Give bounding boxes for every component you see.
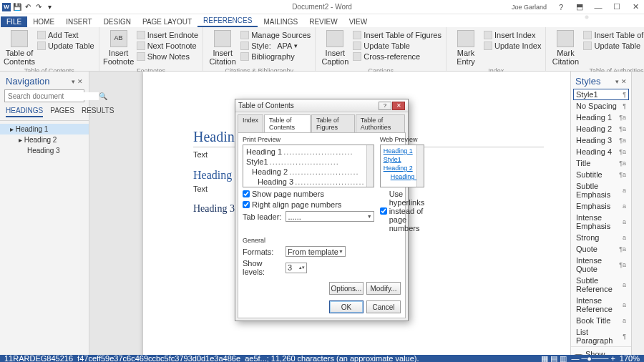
style-item[interactable]: Subtitle¶a [573,169,629,180]
print-preview-label: Print Preview [243,136,374,143]
statusbar: 11RARDEG845216_f47ceff59e37c6c469ccbc5fc… [0,355,644,362]
nav-heading-item[interactable]: Heading 3 [0,145,89,156]
style-item[interactable]: Heading 1¶a [573,112,629,123]
show-page-numbers-check[interactable]: Show page numbers [243,190,374,198]
insert-endnote-button[interactable]: Insert Endnote [137,30,199,40]
hyperlinks-check[interactable]: Use hyperlinks instead of page numbers [380,190,425,233]
customize-qa-icon[interactable]: ▾ [45,3,54,11]
tab-design[interactable]: DESIGN [98,16,137,27]
cross-reference-button[interactable]: Cross-reference [353,52,441,62]
style-item[interactable]: Intense Referencea [573,295,629,315]
web-preview-box: Heading 1Style1Heading 2Heading 3 [380,145,425,187]
insert-toa-button[interactable]: Insert Table of Authorities [583,30,644,40]
mark-entry-button[interactable]: Mark Entry [451,29,481,67]
style-item[interactable]: List Paragraph¶ [573,326,629,346]
style-item[interactable]: Heading 4¶a [573,146,629,157]
tab-page-layout[interactable]: PAGE LAYOUT [137,16,197,27]
insert-footnote-button[interactable]: ABInsert Footnote [104,29,134,67]
style-item[interactable]: Subtle Referencea [573,275,629,295]
styles-pane: Styles▾ ✕ Style1¶No Spacing¶Heading 1¶aH… [570,72,631,355]
dialog-close-icon[interactable]: ✕ [392,102,405,110]
tab-file[interactable]: FILE [1,16,27,27]
style-item[interactable]: Title¶a [573,157,629,169]
navigation-pane: Navigation ▾ ✕ 🔍 HEADINGSPAGESRESULTS ▸ … [0,72,89,355]
style-item[interactable]: Heading 2¶a [573,123,629,134]
update-tof-button[interactable]: Update Table [353,41,441,51]
dialog-tab[interactable]: Table of Contents [264,114,311,132]
zoom-slider[interactable]: — ─●─── + [572,354,615,362]
toc-button[interactable]: Table of Contents [4,29,34,67]
insert-citation-button[interactable]: Insert Citation [208,29,238,67]
styles-title: Styles [575,76,600,87]
insert-tof-button[interactable]: Insert Table of Figures [353,30,441,40]
maximize-icon[interactable]: ☐ [608,1,625,13]
show-notes-button[interactable]: Show Notes [137,52,199,62]
style-item[interactable]: Style1¶ [573,89,629,100]
nav-tab-pages[interactable]: PAGES [50,107,74,117]
style-item[interactable]: No Spacing¶ [573,100,629,112]
scrollbar[interactable] [631,72,644,355]
zoom-level[interactable]: 170% [620,354,640,362]
update-table-button[interactable]: Update Table [37,41,94,51]
style-item[interactable]: Subtle Emphasisa [573,180,629,200]
style-item[interactable]: Intense Emphasisa [573,212,629,232]
close-icon[interactable]: ✕ [627,1,644,13]
modify-button[interactable]: Modify... [366,282,401,295]
user-name[interactable]: Joe Garland [512,4,547,11]
tab-insert[interactable]: INSERT [60,16,98,27]
nav-heading-item[interactable]: ▸ Heading 1 [0,124,89,134]
titlebar: W 💾 ↶ ↷ ▾ Document2 - Word Joe Garland ?… [0,0,644,14]
word-icon: W [2,3,11,11]
search-input[interactable] [8,92,99,100]
ok-button[interactable]: OK [329,300,364,313]
mark-citation-button[interactable]: Mark Citation [550,29,580,67]
toc-dialog: Table of Contents ? ✕ IndexTable of Cont… [235,99,409,321]
help-icon[interactable]: ? [552,1,570,13]
show-levels-spinner[interactable]: 3▴▾ [286,263,307,273]
undo-icon[interactable]: ↶ [24,3,32,11]
tab-references[interactable]: REFERENCES [197,15,258,27]
dialog-tab[interactable]: Table of Authorities [356,114,405,132]
save-icon[interactable]: 💾 [13,3,21,11]
formats-select[interactable]: From template▼ [286,246,346,257]
dialog-title: Table of Contents [238,102,379,109]
window-title: Document2 - Word [292,3,352,11]
style-item[interactable]: Emphasisa [573,200,629,212]
style-item[interactable]: Quote¶a [573,243,629,255]
ribbon-opts-icon[interactable]: ⬒ [571,1,588,13]
citation-style-select[interactable]: Style: APA ▾ [240,41,311,51]
cancel-button[interactable]: Cancel [366,300,401,313]
dialog-tab[interactable]: Index [238,114,263,132]
tab-review[interactable]: REVIEW [303,16,343,27]
options-button[interactable]: Options... [329,282,364,295]
tab-view[interactable]: VIEW [343,16,374,27]
tab-home[interactable]: HOME [27,16,60,27]
insert-caption-button[interactable]: Insert Caption [320,29,350,67]
update-toa-button[interactable]: Update Table [583,41,644,51]
next-footnote-button[interactable]: Next Footnote [137,41,199,51]
manage-sources-button[interactable]: Manage Sources [240,30,311,40]
ribbon: Table of Contents Add Text Update Table … [0,27,644,72]
view-buttons[interactable]: ▦ ▤ ▥ [541,354,567,363]
tab-leader-select[interactable]: ......▼ [286,211,374,222]
tab-mailings[interactable]: MAILINGS [258,16,303,27]
nav-tab-headings[interactable]: HEADINGS [6,107,43,117]
update-index-button[interactable]: Update Index [484,41,541,51]
style-item[interactable]: Book Titlea [573,315,629,326]
dialog-help-icon[interactable]: ? [379,102,391,110]
minimize-icon[interactable]: — [590,1,607,13]
style-item[interactable]: Intense Quote¶a [573,255,629,275]
add-text-button[interactable]: Add Text [37,30,94,40]
redo-icon[interactable]: ↷ [34,3,43,11]
ribbon-tabs: FILEHOMEINSERTDESIGNPAGE LAYOUTREFERENCE… [0,14,644,27]
web-preview-label: Web Preview [380,136,425,143]
dialog-tab[interactable]: Table of Figures [311,114,355,132]
bibliography-button[interactable]: Bibliography [240,52,311,62]
right-align-check[interactable]: Right align page numbers [243,200,374,209]
style-item[interactable]: Heading 3¶a [573,134,629,146]
insert-index-button[interactable]: Insert Index [484,30,541,40]
nav-search[interactable]: 🔍 [4,89,84,102]
style-item[interactable]: Stronga [573,232,629,243]
nav-heading-item[interactable]: ▸ Heading 2 [0,134,89,145]
status-text: 11RARDEG845216_f47ceff59e37c6c469ccbc5fc… [4,354,419,362]
